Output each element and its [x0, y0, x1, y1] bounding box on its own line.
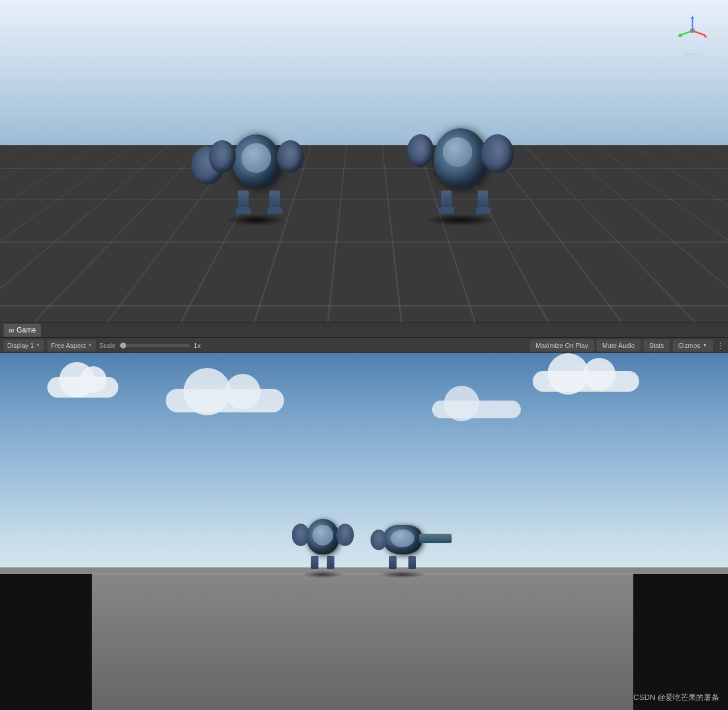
game-robot-cannon: [419, 534, 452, 543]
gizmo-label: Persp: [684, 51, 701, 58]
more-btn[interactable]: ⋮: [716, 341, 724, 350]
robot-arm-right: [277, 140, 304, 173]
robot-foot-fr: [439, 207, 454, 214]
game-robot-legs-left: [307, 556, 339, 569]
scale-label: Scale: [99, 342, 116, 349]
scale-slider[interactable]: [119, 344, 190, 347]
game-wall-left: [0, 574, 92, 710]
game-robot-leg-left-2: [327, 556, 334, 569]
cloud-4: [432, 401, 521, 418]
robot-leg-br: [478, 191, 488, 211]
scale-thumb: [120, 343, 126, 348]
game-robots: [302, 519, 426, 578]
game-robot-left: [302, 519, 343, 578]
gizmos-label: Gizmos: [678, 342, 700, 349]
game-robot-leg-right-1: [389, 556, 397, 569]
robot-arm-left-r: [407, 134, 434, 167]
robot-arm-right-r: [481, 134, 514, 173]
game-robot-arm-left-sm: [292, 524, 310, 546]
game-robot-body-right: [384, 525, 422, 554]
game-robot-body-left: [307, 519, 339, 554]
display-label: Display 1: [7, 342, 34, 349]
robot-foot-bl: [268, 207, 282, 214]
game-view-toolbar: Display 1 ▼ Free Aspect ▼ Scale 1x Maxim…: [0, 338, 728, 353]
aspect-dropdown[interactable]: Free Aspect ▼: [47, 340, 96, 351]
game-robot-right: [379, 525, 426, 578]
game-tab-bar: ∞ Game: [0, 322, 728, 338]
game-robot-shadow-left: [302, 571, 343, 578]
stats-btn[interactable]: Stats: [644, 340, 669, 351]
robot-scene-right: [434, 128, 496, 226]
robot-arm-left: [209, 140, 236, 173]
robot-scene-left: [233, 134, 286, 226]
robot-shadow-left: [227, 214, 286, 226]
game-ground: [0, 567, 728, 710]
robot-leg-fr: [441, 191, 452, 211]
aspect-label: Free Aspect: [51, 342, 86, 349]
game-robot-leg-left-1: [311, 556, 318, 569]
gizmos-btn[interactable]: Gizmos ▼: [673, 340, 713, 351]
cloud-1: [47, 377, 118, 398]
game-tab-label: Game: [17, 326, 36, 334]
watermark-text: CSDN @爱吃芒果的薯条: [633, 693, 719, 702]
game-canvas: CSDN @爱吃芒果的薯条: [0, 353, 728, 710]
game-tab-icon: ∞: [8, 325, 14, 335]
robot-group-scene: [0, 128, 728, 226]
robot-leg-fl: [238, 191, 249, 211]
gizmos-arrow: ▼: [703, 343, 707, 348]
robot-body-left: [233, 134, 280, 188]
mute-audio-btn[interactable]: Mute Audio: [597, 340, 640, 351]
gizmo-svg: [675, 13, 710, 49]
svg-point-6: [690, 28, 695, 33]
cloud-2: [166, 389, 284, 412]
robot-shadow-right: [425, 214, 496, 226]
game-robot-arm-right-sm: [336, 524, 354, 546]
cloud-3: [533, 371, 639, 392]
game-robot-arm-left-r: [371, 530, 387, 550]
scene-canvas: Persp: [0, 0, 728, 322]
scene-view: Persp: [0, 0, 728, 322]
game-robot-shadow-right: [379, 571, 426, 578]
game-robot-leg-right-2: [408, 556, 416, 569]
watermark: CSDN @爱吃芒果的薯条: [633, 692, 719, 703]
game-tab[interactable]: ∞ Game: [4, 324, 41, 337]
robot-body-right: [434, 128, 487, 188]
aspect-arrow: ▼: [88, 343, 92, 348]
scale-value: 1x: [194, 342, 201, 349]
robot-legs-right: [434, 191, 496, 211]
display-arrow: ▼: [36, 343, 40, 348]
robot-foot-fl: [236, 207, 251, 214]
game-robot-legs-right: [384, 556, 422, 569]
game-view: CSDN @爱吃芒果的薯条: [0, 353, 728, 710]
display-dropdown[interactable]: Display 1 ▼: [4, 340, 44, 351]
maximize-on-play-btn[interactable]: Maximize On Play: [530, 340, 594, 351]
robot-legs-left: [233, 191, 286, 211]
robot-foot-br: [476, 207, 491, 214]
robot-leg-bl: [269, 191, 280, 211]
game-wall-right: [633, 574, 728, 710]
scene-gizmo[interactable]: Persp: [669, 12, 716, 59]
svg-marker-1: [691, 15, 694, 19]
